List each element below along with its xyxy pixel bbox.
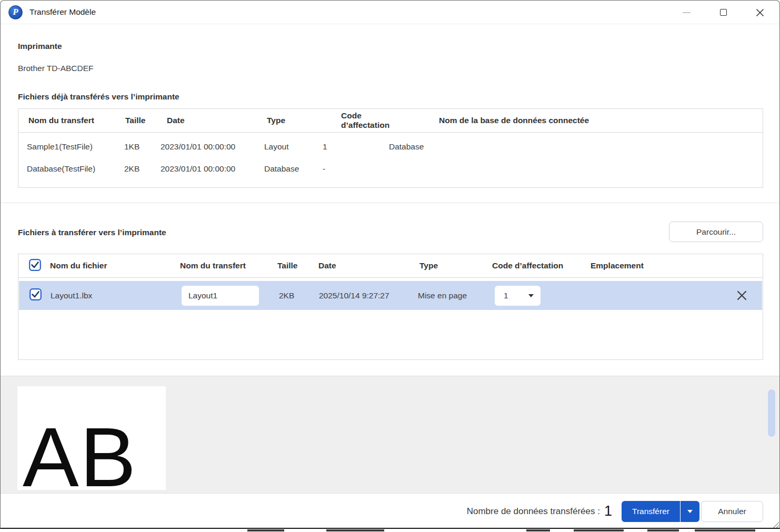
table-row[interactable]: Sample1(TestFile) 1KB 2023/01/01 00:00:0… bbox=[18, 136, 763, 158]
queue-section-title: Fichiers à transférer vers l’imprimante bbox=[18, 228, 166, 237]
column-header: Date bbox=[314, 261, 414, 270]
transfer-name-input[interactable] bbox=[182, 286, 259, 306]
column-header: Emplacement bbox=[585, 261, 763, 270]
column-header: Type bbox=[414, 261, 488, 270]
label-preview-image: AB bbox=[17, 386, 166, 490]
transfer-count-value: 1 bbox=[604, 503, 612, 519]
app-icon-letter: P bbox=[13, 7, 18, 17]
checkbox-checked-icon bbox=[29, 259, 41, 271]
preview-pane: AB bbox=[1, 376, 779, 493]
column-header: Code d’affectation bbox=[488, 261, 585, 270]
cell-date: 2023/01/01 00:00:00 bbox=[159, 142, 259, 152]
column-header: Taille bbox=[272, 261, 314, 270]
printer-label: Imprimante bbox=[18, 42, 62, 51]
transferred-table-header: Nom du transfert Taille Date Type Code d… bbox=[18, 109, 763, 133]
printer-name: Brother TD-ABCDEF bbox=[18, 64, 94, 73]
transfer-button[interactable]: Transférer bbox=[622, 501, 680, 522]
footer-bar: Nombre de données transférées : 1 Transf… bbox=[1, 493, 779, 528]
row-checkbox[interactable] bbox=[19, 288, 46, 303]
cell-file-name: Layout1.lbx bbox=[46, 291, 175, 300]
chevron-down-icon bbox=[528, 294, 534, 297]
cell-size: 2KB bbox=[117, 164, 159, 174]
close-button[interactable] bbox=[748, 1, 772, 24]
transfer-options-dropdown-button[interactable] bbox=[680, 501, 699, 522]
transfer-template-dialog: P Transférer Modèle Imprimante Brother T… bbox=[0, 0, 780, 529]
preview-text: AB bbox=[23, 415, 137, 490]
close-icon bbox=[756, 8, 764, 17]
queue-files-table: Nom du fichier Nom du transfert Taille D… bbox=[18, 254, 763, 360]
cell-date: 2023/01/01 00:00:00 bbox=[159, 164, 259, 174]
chevron-down-icon bbox=[687, 510, 693, 513]
browse-button[interactable]: Parcourir... bbox=[669, 222, 763, 242]
column-header: Taille bbox=[117, 116, 159, 125]
select-all-checkbox[interactable] bbox=[18, 259, 46, 273]
cell-transfer-name: Sample1(TestFile) bbox=[18, 142, 117, 152]
column-header: Code d’affectation bbox=[315, 111, 381, 130]
cell-type: Mise en page bbox=[415, 291, 488, 300]
scrollbar-thumb[interactable] bbox=[768, 389, 775, 437]
queue-file-row-selected[interactable]: Layout1.lbx 2KB 2025/10/14 9:27:27 Mise … bbox=[19, 281, 762, 310]
cell-size: 2KB bbox=[273, 291, 315, 300]
key-code-dropdown[interactable]: 1 bbox=[495, 286, 541, 306]
section-divider bbox=[1, 203, 779, 203]
transferred-section-title: Fichiers déjà transférés vers l’impriman… bbox=[18, 92, 179, 102]
title-bar: P Transférer Modèle bbox=[1, 1, 779, 24]
cell-key-code: - bbox=[315, 164, 381, 174]
window-title: Transférer Modèle bbox=[29, 7, 96, 17]
queue-table-header: Nom du fichier Nom du transfert Taille D… bbox=[18, 254, 763, 278]
cell-type: Layout bbox=[259, 142, 315, 152]
maximize-icon bbox=[720, 9, 727, 16]
cell-transfer-name: Database(TestFile) bbox=[18, 164, 117, 174]
cancel-button[interactable]: Annuler bbox=[701, 501, 763, 522]
column-header: Nom de la base de données connectée bbox=[381, 116, 763, 125]
minimize-icon bbox=[683, 12, 691, 13]
transferred-files-table: Nom du transfert Taille Date Type Code d… bbox=[18, 108, 763, 188]
checkbox-checked-icon bbox=[29, 288, 42, 300]
cell-date: 2025/10/14 9:27:27 bbox=[315, 291, 415, 300]
ptouch-app-icon: P bbox=[8, 5, 23, 19]
cell-size: 1KB bbox=[117, 142, 159, 152]
table-row[interactable]: Database(TestFile) 2KB 2023/01/01 00:00:… bbox=[18, 158, 763, 180]
cell-key-code: 1 bbox=[315, 142, 381, 152]
transfer-split-button: Transférer bbox=[622, 501, 699, 522]
transfer-count-label: Nombre de données transférées : bbox=[467, 506, 600, 517]
column-header: Date bbox=[159, 116, 259, 125]
key-code-value: 1 bbox=[504, 291, 508, 300]
column-header: Type bbox=[259, 116, 315, 125]
maximize-button[interactable] bbox=[711, 1, 735, 24]
remove-file-button[interactable] bbox=[735, 289, 748, 303]
cell-type: Database bbox=[259, 164, 315, 174]
background-artifacts bbox=[0, 529, 780, 532]
column-header: Nom du transfert bbox=[18, 116, 117, 125]
minimize-button[interactable] bbox=[674, 1, 698, 24]
column-header: Nom du fichier bbox=[46, 261, 175, 270]
column-header: Nom du transfert bbox=[175, 261, 272, 270]
cell-database-name: Database bbox=[381, 142, 763, 152]
close-icon bbox=[736, 290, 747, 301]
